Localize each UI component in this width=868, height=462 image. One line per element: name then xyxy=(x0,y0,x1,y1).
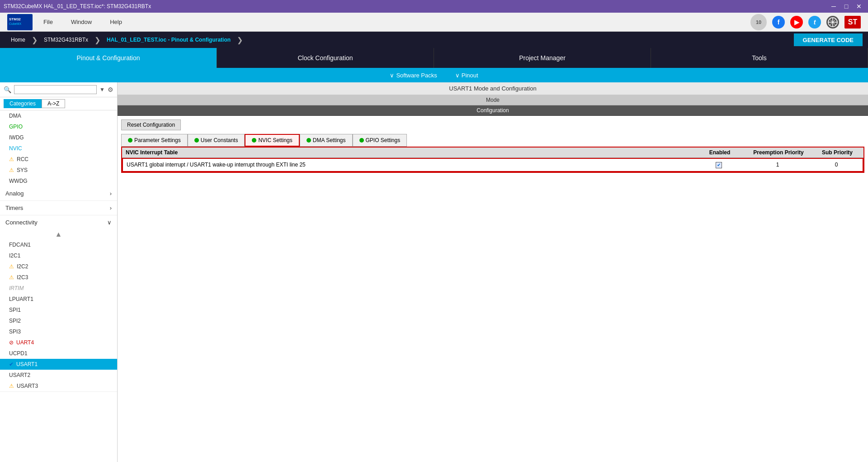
close-button[interactable]: ✕ xyxy=(854,1,864,12)
sub-tabs: ∨ Software Packs ∨ Pinout xyxy=(0,68,868,82)
warning-icon-i2c2: ⚠ xyxy=(9,263,14,270)
sidebar-item-sys[interactable]: ⚠ SYS xyxy=(0,165,117,176)
breadcrumb-sep-3: ❯ xyxy=(237,36,243,44)
chevron-down-icon-connectivity: ∨ xyxy=(107,219,112,226)
tab-dma-settings[interactable]: DMA Settings xyxy=(300,134,353,147)
main-tabs: Pinout & Configuration Clock Configurati… xyxy=(0,48,868,68)
menu-bar-right: 10 f ▶ t ST xyxy=(750,14,861,30)
sidebar-item-dma[interactable]: DMA xyxy=(0,110,117,121)
sidebar-group-analog: Analog › xyxy=(0,186,117,201)
sidebar-item-spi2[interactable]: SPI2 xyxy=(0,315,117,326)
tab-parameter-settings[interactable]: Parameter Settings xyxy=(121,134,188,147)
enabled-checkbox[interactable]: ✔ xyxy=(716,162,722,168)
error-icon-uart4: ⊘ xyxy=(9,339,14,346)
config-tabs: Parameter Settings User Constants NVIC S… xyxy=(121,134,864,147)
sidebar-item-fdcan1[interactable]: FDCAN1 xyxy=(0,239,117,250)
sidebar-item-gpio[interactable]: GPIO xyxy=(0,121,117,132)
stm32-logo: STM32 CubeMX xyxy=(7,14,33,30)
scroll-up-indicator[interactable]: ▲ xyxy=(0,229,117,239)
panel-title: USART1 Mode and Configuration xyxy=(118,82,868,95)
search-input[interactable] xyxy=(14,85,97,94)
sidebar-item-nvic[interactable]: NVIC xyxy=(0,143,117,154)
nvic-header-sub: Sub Priority xyxy=(815,149,860,156)
config-area: Reset Configuration Parameter Settings U… xyxy=(118,116,868,462)
sidebar-item-uart4[interactable]: ⊘ UART4 xyxy=(0,337,117,348)
tab-nvic-settings[interactable]: NVIC Settings xyxy=(245,134,299,147)
sidebar-item-spi3[interactable]: SPI3 xyxy=(0,326,117,337)
sidebar-search-area: 🔍 ▼ ⚙ xyxy=(0,82,117,97)
facebook-icon[interactable]: f xyxy=(772,16,785,29)
filter-az-button[interactable]: A->Z xyxy=(42,99,65,108)
sidebar-item-rcc[interactable]: ⚠ RCC xyxy=(0,154,117,165)
reset-configuration-button[interactable]: Reset Configuration xyxy=(121,119,181,130)
nvic-header-name: NVIC Interrupt Table xyxy=(126,149,697,156)
nvic-cell-interrupt-name: USART1 global interrupt / USART1 wake-up… xyxy=(127,162,696,168)
tab-dot-nvic xyxy=(252,138,256,143)
tab-user-constants[interactable]: User Constants xyxy=(188,134,245,147)
tab-dot-parameter xyxy=(128,138,132,143)
sidebar-item-usart1[interactable]: ✔ USART1 xyxy=(0,359,117,370)
network-icon[interactable] xyxy=(826,16,839,29)
search-icon: 🔍 xyxy=(4,86,11,93)
sidebar-item-spi1[interactable]: SPI1 xyxy=(0,305,117,315)
tab-dot-user xyxy=(194,138,199,143)
active-icon-usart1: ✔ xyxy=(9,361,14,367)
tab-project-manager[interactable]: Project Manager xyxy=(434,48,651,68)
warning-icon-i2c3: ⚠ xyxy=(9,274,14,281)
file-menu[interactable]: File xyxy=(36,17,60,27)
menu-bar-left: STM32 CubeMX File Window Help xyxy=(7,14,129,30)
title-bar-controls: ─ □ ✕ xyxy=(828,1,864,12)
content-area: 🔍 ▼ ⚙ Categories A->Z DMA GPIO IWDG NVIC xyxy=(0,82,868,462)
warning-icon-rcc: ⚠ xyxy=(9,156,14,162)
sidebar-item-lpuart1[interactable]: LPUART1 xyxy=(0,294,117,305)
sidebar-item-iwdg[interactable]: IWDG xyxy=(0,132,117,143)
window-menu[interactable]: Window xyxy=(64,17,99,27)
chevron-right-icon-timers: › xyxy=(110,205,112,211)
breadcrumb-board[interactable]: STM32G431RBTx xyxy=(38,32,94,48)
svg-text:STM32: STM32 xyxy=(9,17,21,21)
sub-tab-software-packs[interactable]: ∨ Software Packs xyxy=(390,72,437,79)
nvic-cell-preemption: 1 xyxy=(741,162,814,168)
twitter-icon[interactable]: t xyxy=(808,16,821,29)
tab-tools[interactable]: Tools xyxy=(651,48,868,68)
maximize-button[interactable]: □ xyxy=(841,1,852,12)
settings-icon[interactable]: ⚙ xyxy=(108,86,113,93)
sidebar-filter-tabs: Categories A->Z xyxy=(0,97,117,110)
generate-code-button[interactable]: GENERATE CODE xyxy=(794,33,863,46)
chevron-right-icon: › xyxy=(110,190,112,197)
sidebar-item-wwdg[interactable]: WWDG xyxy=(0,176,117,186)
filter-categories-button[interactable]: Categories xyxy=(4,99,42,108)
nvic-cell-sub-priority: 0 xyxy=(814,162,859,168)
sidebar-item-usart3[interactable]: ⚠ USART3 xyxy=(0,381,117,391)
sidebar-item-i2c3[interactable]: ⚠ I2C3 xyxy=(0,272,117,283)
sidebar-group-timers-header[interactable]: Timers › xyxy=(0,201,117,215)
nvic-table-row: USART1 global interrupt / USART1 wake-up… xyxy=(122,158,863,172)
title-bar-left: STM32CubeMX HAL_01_LED_TEST.ioc*: STM32G… xyxy=(4,3,151,10)
st-logo-icon[interactable]: ST xyxy=(844,16,861,29)
sidebar: 🔍 ▼ ⚙ Categories A->Z DMA GPIO IWDG NVIC xyxy=(0,82,118,462)
panel-mode: Mode xyxy=(118,95,868,105)
dropdown-icon[interactable]: ▼ xyxy=(99,86,105,93)
tab-gpio-settings[interactable]: GPIO Settings xyxy=(353,134,407,147)
minimize-button[interactable]: ─ xyxy=(828,1,839,12)
sub-tab-pinout[interactable]: ∨ Pinout xyxy=(455,72,478,79)
tab-clock-configuration[interactable]: Clock Configuration xyxy=(217,48,434,68)
tab-dot-dma xyxy=(307,138,311,143)
sidebar-item-irtim[interactable]: IRTIM xyxy=(0,283,117,294)
title-bar-title: STM32CubeMX HAL_01_LED_TEST.ioc*: STM32G… xyxy=(4,3,151,10)
breadcrumb-file[interactable]: HAL_01_LED_TEST.ioc - Pinout & Configura… xyxy=(101,32,236,48)
breadcrumb-home[interactable]: Home xyxy=(5,32,31,48)
tab-pinout-configuration[interactable]: Pinout & Configuration xyxy=(0,48,217,68)
tenth-anniversary-icon: 10 xyxy=(750,14,767,30)
breadcrumb-sep-2: ❯ xyxy=(94,36,100,44)
sidebar-item-i2c1[interactable]: I2C1 xyxy=(0,250,117,261)
sidebar-group-analog-header[interactable]: Analog › xyxy=(0,186,117,200)
nvic-cell-enabled[interactable]: ✔ xyxy=(696,162,741,168)
warning-icon-sys: ⚠ xyxy=(9,167,14,173)
sidebar-item-usart2[interactable]: USART2 xyxy=(0,370,117,381)
sidebar-item-ucpd1[interactable]: UCPD1 xyxy=(0,348,117,359)
help-menu[interactable]: Help xyxy=(103,17,129,27)
sidebar-group-connectivity-header[interactable]: Connectivity ∨ xyxy=(0,215,117,229)
youtube-icon[interactable]: ▶ xyxy=(790,16,803,29)
sidebar-item-i2c2[interactable]: ⚠ I2C2 xyxy=(0,261,117,272)
